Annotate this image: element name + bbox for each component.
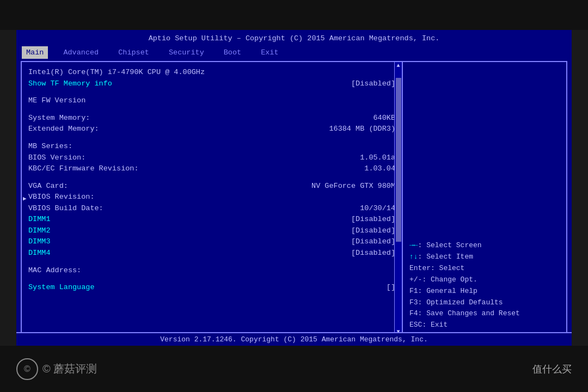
dimm2-row[interactable]: DIMM2 [Disabled] bbox=[28, 225, 395, 236]
help-change-opt-text: +/-: Change Opt. bbox=[409, 275, 477, 284]
gap3 bbox=[28, 135, 395, 140]
dimm4-value: [Disabled] bbox=[351, 248, 395, 259]
system-lang-row[interactable]: System Language [] bbox=[28, 282, 395, 293]
dimm3-row[interactable]: DIMM3 [Disabled] bbox=[28, 236, 395, 247]
bios-version-row: BIOS Version: 1.05.01a bbox=[28, 152, 395, 163]
system-memory-value: 640KB bbox=[373, 113, 395, 124]
help-f3: F3: Optimized Defaults bbox=[409, 298, 560, 308]
dimm4-row[interactable]: DIMM4 [Disabled] bbox=[28, 248, 395, 259]
help-enter-text: Enter: Select bbox=[409, 264, 464, 272]
gap1 bbox=[28, 89, 395, 95]
right-panel: →←: Select Screen ↑↓: Select Item Enter:… bbox=[403, 62, 566, 336]
dimm1-row[interactable]: DIMM1 [Disabled] bbox=[28, 214, 395, 225]
dimm3-value: [Disabled] bbox=[351, 236, 395, 247]
help-esc: ESC: Exit bbox=[409, 320, 560, 330]
mb-series-label: MB Series: bbox=[28, 141, 72, 152]
extended-memory-row: Extended Memory: 16384 MB (DDR3) bbox=[28, 124, 395, 134]
gap4 bbox=[28, 175, 395, 180]
vbios-revision-label: VBIOS Revision: bbox=[28, 192, 95, 203]
system-memory-row: System Memory: 640KB bbox=[28, 113, 395, 124]
nav-exit[interactable]: Exit bbox=[256, 46, 283, 59]
help-enter: Enter: Select bbox=[409, 264, 560, 274]
nav-advanced[interactable]: Advanced bbox=[59, 46, 103, 59]
kbc-ec-value: 1.03.04 bbox=[364, 163, 395, 174]
circle-logo: © bbox=[16, 358, 38, 380]
dimm1-label[interactable]: DIMM1 bbox=[28, 214, 51, 225]
help-f4: F4: Save Changes and Reset bbox=[409, 309, 560, 319]
scroll-up-icon[interactable]: ▲ bbox=[395, 62, 402, 70]
help-section: →←: Select Screen ↑↓: Select Item Enter:… bbox=[409, 240, 560, 332]
gap5 bbox=[28, 259, 395, 265]
system-lang-label[interactable]: System Language bbox=[28, 282, 95, 293]
extended-memory-value: 16384 MB (DDR3) bbox=[329, 124, 395, 134]
mac-row: MAC Address: bbox=[28, 265, 395, 276]
nav-chipset[interactable]: Chipset bbox=[114, 46, 154, 59]
vga-card-label: VGA Card: bbox=[28, 181, 68, 192]
gap2 bbox=[28, 107, 395, 112]
scrollbar[interactable]: ▲ ▼ bbox=[394, 62, 402, 336]
mac-label: MAC Address: bbox=[28, 265, 81, 276]
left-arrow-icon: ▶ bbox=[23, 195, 27, 204]
watermark-right: 值什么买 bbox=[532, 363, 572, 376]
nav-main[interactable]: Main bbox=[22, 46, 48, 59]
left-panel: Intel(R) Core(TM) i7-4790K CPU @ 4.00GHz… bbox=[22, 62, 403, 336]
dimm2-label[interactable]: DIMM2 bbox=[28, 225, 51, 236]
help-f1: F1: General Help bbox=[409, 286, 560, 297]
help-select-item-text: : Select Item bbox=[418, 253, 473, 261]
show-tf-row[interactable]: Show TF Memory info [Disabled] bbox=[28, 78, 395, 89]
show-tf-label[interactable]: Show TF Memory info bbox=[28, 78, 112, 89]
show-tf-value: [Disabled] bbox=[351, 78, 395, 89]
dimm3-label[interactable]: DIMM3 bbox=[28, 236, 51, 247]
extended-memory-label: Extended Memory: bbox=[28, 124, 99, 134]
cpu-row: Intel(R) Core(TM) i7-4790K CPU @ 4.00GHz bbox=[28, 67, 395, 78]
help-select-screen: →←: Select Screen bbox=[409, 241, 560, 251]
gap6 bbox=[28, 276, 395, 281]
mb-series-row: MB Series: bbox=[28, 141, 395, 152]
cpu-label: Intel(R) Core(TM) i7-4790K CPU @ 4.00GHz bbox=[28, 67, 205, 78]
system-memory-label: System Memory: bbox=[28, 113, 90, 124]
help-change-opt: +/-: Change Opt. bbox=[409, 275, 560, 285]
bios-screen: Aptio Setup Utility – Copyright (C) 2015… bbox=[16, 30, 572, 343]
help-select-screen-key: →← bbox=[409, 241, 418, 249]
vbios-build-row: VBIOS Build Date: 10/30/14 bbox=[28, 203, 395, 214]
kbc-ec-row: KBC/EC Firmware Revision: 1.03.04 bbox=[28, 163, 395, 174]
nav-security[interactable]: Security bbox=[164, 46, 209, 59]
dimm2-value: [Disabled] bbox=[351, 225, 395, 236]
me-fw-row: ME FW Version bbox=[28, 95, 395, 106]
bios-version-label: BIOS Version: bbox=[28, 152, 85, 163]
vbios-build-label: VBIOS Build Date: bbox=[28, 203, 103, 214]
help-select-item: ↑↓: Select Item bbox=[409, 252, 560, 262]
help-f4-text: F4: Save Changes and Reset bbox=[409, 309, 520, 317]
top-dark-area bbox=[0, 0, 588, 30]
dimm4-label[interactable]: DIMM4 bbox=[28, 248, 51, 259]
help-f1-text: F1: General Help bbox=[409, 287, 477, 295]
watermark-left: © © 蘑菇评测 bbox=[16, 358, 97, 380]
watermark-bar: © © 蘑菇评测 值什么买 bbox=[0, 346, 588, 392]
bios-version-value: 1.05.01a bbox=[360, 152, 395, 163]
outer-frame: Aptio Setup Utility – Copyright (C) 2015… bbox=[0, 0, 588, 392]
help-esc-text: ESC: Exit bbox=[409, 321, 448, 329]
status-bar: Version 2.17.1246. Copyright (C) 2015 Am… bbox=[16, 332, 572, 346]
vga-card-value: NV GeForce GTX 980M bbox=[311, 181, 395, 192]
vbios-build-value: 10/30/14 bbox=[360, 203, 395, 214]
watermark-left-text: © 蘑菇评测 bbox=[42, 362, 97, 376]
help-f3-text: F3: Optimized Defaults bbox=[409, 298, 503, 307]
help-select-item-key: ↑↓ bbox=[409, 253, 418, 261]
vbios-revision-row: VBIOS Revision: bbox=[28, 192, 395, 203]
me-fw-label: ME FW Version bbox=[28, 95, 85, 106]
title-bar: Aptio Setup Utility – Copyright (C) 2015… bbox=[16, 30, 572, 46]
watermark-right-text: 值什么买 bbox=[532, 364, 572, 375]
title-text: Aptio Setup Utility – Copyright (C) 2015… bbox=[149, 34, 440, 42]
content-area: Intel(R) Core(TM) i7-4790K CPU @ 4.00GHz… bbox=[21, 61, 567, 337]
dimm1-value: [Disabled] bbox=[351, 214, 395, 225]
nav-boot[interactable]: Boot bbox=[219, 46, 246, 59]
status-bar-text: Version 2.17.1246. Copyright (C) 2015 Am… bbox=[160, 335, 427, 344]
nav-bar: Main Advanced Chipset Security Boot Exit bbox=[16, 46, 572, 59]
vga-card-row: VGA Card: NV GeForce GTX 980M bbox=[28, 181, 395, 192]
kbc-ec-label: KBC/EC Firmware Revision: bbox=[28, 163, 139, 174]
help-select-screen-text: : Select Screen bbox=[418, 241, 482, 249]
scrollbar-thumb[interactable] bbox=[396, 78, 401, 242]
